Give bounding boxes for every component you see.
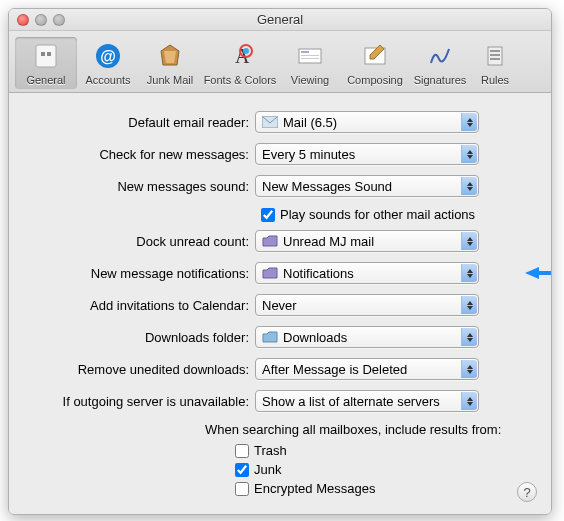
checkbox-label: Trash	[254, 443, 287, 458]
toolbar-general[interactable]: General	[15, 37, 77, 89]
label: Add invitations to Calendar:	[25, 298, 255, 313]
notifications-popup[interactable]: Notifications	[255, 262, 479, 284]
row-search-trash: Trash	[235, 443, 535, 458]
chevron-updown-icon	[461, 296, 477, 314]
outgoing-popup[interactable]: Show a list of alternate servers	[255, 390, 479, 412]
svg-rect-9	[301, 51, 309, 53]
popup-value: Notifications	[283, 266, 354, 281]
signatures-icon	[424, 40, 456, 72]
downloads-popup[interactable]: Downloads	[255, 326, 479, 348]
toolbar-viewing[interactable]: Viewing	[279, 37, 341, 89]
row-invitations: Add invitations to Calendar: Never	[25, 294, 535, 316]
chevron-updown-icon	[461, 177, 477, 195]
svg-rect-1	[41, 52, 45, 56]
minimize-button[interactable]	[35, 14, 47, 26]
checkbox-label: Junk	[254, 462, 281, 477]
label: New messages sound:	[25, 179, 255, 194]
checkbox-label: Encrypted Messages	[254, 481, 375, 496]
label: Default email reader:	[25, 115, 255, 130]
popup-value: Show a list of alternate servers	[262, 394, 440, 409]
chevron-updown-icon	[461, 113, 477, 131]
zoom-button[interactable]	[53, 14, 65, 26]
toolbar-rules[interactable]: Rules	[471, 37, 519, 89]
chevron-updown-icon	[461, 145, 477, 163]
popup-value: Mail (6.5)	[283, 115, 337, 130]
toolbar-label: Rules	[481, 74, 509, 86]
default-reader-popup[interactable]: Mail (6.5)	[255, 111, 479, 133]
row-search-junk: Junk	[235, 462, 535, 477]
chevron-updown-icon	[461, 232, 477, 250]
label: New message notifications:	[25, 266, 255, 281]
toolbar-signatures[interactable]: Signatures	[409, 37, 471, 89]
traffic-lights	[9, 14, 65, 26]
toolbar-label: Signatures	[414, 74, 467, 86]
row-notifications: New message notifications: Notifications	[25, 262, 535, 284]
invitations-popup[interactable]: Never	[255, 294, 479, 316]
row-new-sound: New messages sound: New Messages Sound	[25, 175, 535, 197]
toolbar-accounts[interactable]: @ Accounts	[77, 37, 139, 89]
toolbar-label: Composing	[347, 74, 403, 86]
toolbar-composing[interactable]: Composing	[341, 37, 409, 89]
new-sound-popup[interactable]: New Messages Sound	[255, 175, 479, 197]
row-default-reader: Default email reader: Mail (6.5)	[25, 111, 535, 133]
toolbar-label: Accounts	[85, 74, 130, 86]
search-trash-checkbox[interactable]	[235, 444, 249, 458]
callout-arrow-icon	[525, 266, 552, 280]
row-downloads: Downloads folder: Downloads	[25, 326, 535, 348]
smart-folder-icon	[262, 235, 278, 247]
svg-rect-2	[47, 52, 51, 56]
row-check-messages: Check for new messages: Every 5 minutes	[25, 143, 535, 165]
svg-text:@: @	[100, 48, 116, 65]
label: Remove unedited downloads:	[25, 362, 255, 377]
junk-mail-icon	[154, 40, 186, 72]
search-encrypted-checkbox[interactable]	[235, 482, 249, 496]
svg-rect-11	[301, 58, 319, 59]
popup-value: Never	[262, 298, 297, 313]
close-button[interactable]	[17, 14, 29, 26]
svg-rect-10	[301, 55, 319, 56]
rules-icon	[479, 40, 511, 72]
smart-folder-icon	[262, 267, 278, 279]
svg-rect-0	[36, 45, 56, 67]
chevron-updown-icon	[461, 360, 477, 378]
chevron-updown-icon	[461, 392, 477, 410]
label: Downloads folder:	[25, 330, 255, 345]
svg-rect-14	[490, 50, 500, 52]
composing-icon	[359, 40, 391, 72]
toolbar-label: Viewing	[291, 74, 329, 86]
svg-rect-16	[490, 58, 500, 60]
row-search-encrypted: Encrypted Messages	[235, 481, 535, 496]
toolbar: General @ Accounts Junk Mail A Fonts & C…	[9, 31, 551, 93]
row-dock-unread: Dock unread count: Unread MJ mail	[25, 230, 535, 252]
toolbar-junk-mail[interactable]: Junk Mail	[139, 37, 201, 89]
row-outgoing: If outgoing server is unavailable: Show …	[25, 390, 535, 412]
toolbar-label: Junk Mail	[147, 74, 193, 86]
chevron-updown-icon	[461, 328, 477, 346]
play-sounds-checkbox[interactable]	[261, 208, 275, 222]
toolbar-fonts-colors[interactable]: A Fonts & Colors	[201, 37, 279, 89]
popup-value: Every 5 minutes	[262, 147, 355, 162]
svg-point-7	[243, 48, 249, 54]
search-junk-checkbox[interactable]	[235, 463, 249, 477]
window-title: General	[9, 12, 551, 27]
dock-unread-popup[interactable]: Unread MJ mail	[255, 230, 479, 252]
content-pane: Default email reader: Mail (6.5) Check f…	[9, 93, 551, 514]
popup-value: Unread MJ mail	[283, 234, 374, 249]
check-messages-popup[interactable]: Every 5 minutes	[255, 143, 479, 165]
fonts-colors-icon: A	[224, 40, 256, 72]
preferences-window: General General @ Accounts Junk Mail A F…	[8, 8, 552, 515]
toolbar-label: Fonts & Colors	[204, 74, 277, 86]
row-play-sounds: Play sounds for other mail actions	[261, 207, 535, 222]
label: If outgoing server is unavailable:	[25, 394, 255, 409]
popup-value: New Messages Sound	[262, 179, 392, 194]
svg-rect-15	[490, 54, 500, 56]
toolbar-label: General	[26, 74, 65, 86]
popup-value: Downloads	[283, 330, 347, 345]
help-button[interactable]: ?	[517, 482, 537, 502]
folder-icon	[262, 331, 278, 343]
remove-downloads-popup[interactable]: After Message is Deleted	[255, 358, 479, 380]
titlebar: General	[9, 9, 551, 31]
general-icon	[30, 40, 62, 72]
popup-value: After Message is Deleted	[262, 362, 407, 377]
search-checks: Trash Junk Encrypted Messages	[235, 443, 535, 496]
